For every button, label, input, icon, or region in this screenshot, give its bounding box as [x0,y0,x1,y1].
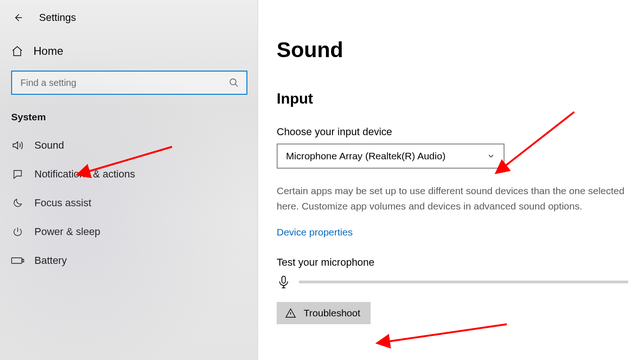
sidebar-item-battery[interactable]: Battery [0,246,258,275]
category-label: System [0,106,258,131]
power-icon [11,226,24,237]
sidebar-home[interactable]: Home [0,37,258,68]
back-button[interactable] [9,9,26,26]
svg-rect-2 [22,259,24,262]
device-properties-link[interactable]: Device properties [277,227,352,238]
sidebar: Settings Home System Sound Notific [0,0,258,360]
speaker-icon [11,139,24,151]
home-label: Home [33,45,63,58]
settings-title: Settings [39,12,76,24]
input-device-dropdown[interactable]: Microphone Array (Realtek(R) Audio) [277,144,505,169]
mic-level-bar [299,281,628,283]
sidebar-item-notifications[interactable]: Notifications & actions [0,160,258,189]
section-title: Input [277,90,628,107]
battery-icon [11,256,24,265]
sidebar-item-label: Sound [34,139,64,151]
page-title: Sound [277,37,628,62]
chat-icon [11,169,24,180]
search-box[interactable] [11,71,247,95]
test-mic-label: Test your microphone [277,256,628,268]
svg-point-0 [230,79,236,85]
warning-icon [285,308,296,319]
sidebar-item-label: Battery [34,255,67,267]
sidebar-item-focus-assist[interactable]: Focus assist [0,189,258,217]
arrow-left-icon [13,13,23,23]
chevron-down-icon [487,152,495,160]
input-description: Certain apps may be set up to use differ… [277,183,628,214]
troubleshoot-label: Troubleshoot [304,308,360,319]
search-input[interactable] [20,77,229,89]
sidebar-item-power-sleep[interactable]: Power & sleep [0,217,258,246]
home-icon [11,45,23,57]
sidebar-item-label: Focus assist [34,197,91,209]
svg-rect-3 [282,276,285,283]
sidebar-item-label: Power & sleep [34,226,100,238]
moon-icon [11,197,24,209]
microphone-icon [277,275,291,289]
troubleshoot-button[interactable]: Troubleshoot [277,302,371,324]
sidebar-item-sound[interactable]: Sound [0,131,258,160]
svg-rect-1 [12,258,22,263]
input-device-label: Choose your input device [277,126,628,138]
dropdown-value: Microphone Array (Realtek(R) Audio) [286,151,445,162]
search-icon [229,78,239,88]
main-content: Sound Input Choose your input device Mic… [258,0,644,360]
sidebar-item-label: Notifications & actions [34,168,135,180]
